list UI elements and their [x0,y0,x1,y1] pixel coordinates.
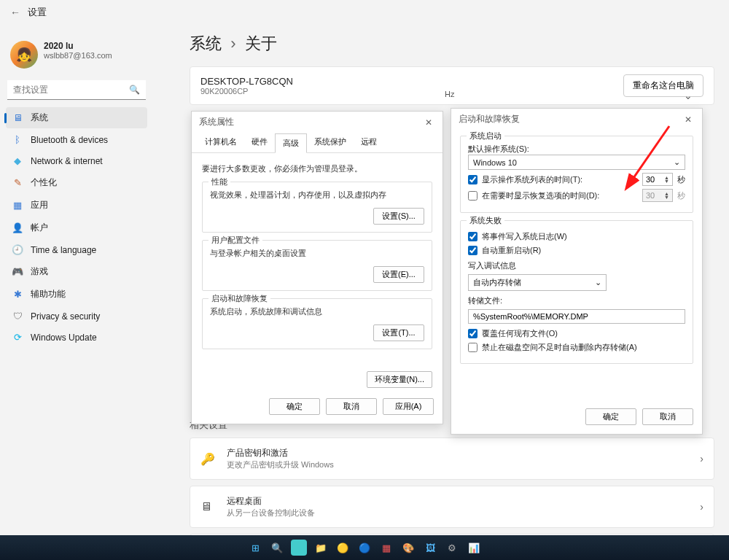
search-input[interactable] [7,80,146,100]
device-model: 90K20006CP [200,87,293,96]
sidebar-item-label: Privacy & security [31,311,100,322]
photos-icon[interactable]: 🖼 [422,540,438,556]
sidebar-item-label: Windows Update [31,332,97,343]
close-icon[interactable]: ✕ [682,114,695,125]
device-card: DESKTOP-L7G8CQN 90K20006CP 重命名这台电脑 [190,66,714,105]
nav-icon: 🎮 [12,266,23,277]
related-card-1[interactable]: 🖥远程桌面从另一台设备控制此设备› [190,486,714,528]
sidebar-item-label: 辅助功能 [31,288,66,300]
back-button[interactable]: ← [10,7,20,18]
no-delete-label: 禁止在磁盘空间不足时自动删除内存转储(A) [482,342,637,353]
tab-0[interactable]: 计算机名 [198,133,244,152]
profile-block[interactable]: 👧 2020 lu wslbb87@163.com [6,36,147,73]
sidebar-item-label: 帐户 [31,222,48,234]
settings-icon[interactable]: ⚙ [444,540,460,556]
startrec-title: 启动和故障恢复 [459,113,520,125]
app-icon-1[interactable]: ▦ [378,540,394,556]
dump-file-label: 转储文件: [468,295,685,306]
sysprops-cancel-button[interactable]: 取消 [326,398,377,415]
sidebar-item-10[interactable]: ⟳Windows Update [6,327,147,347]
tab-2[interactable]: 高级 [275,133,307,153]
startrec-ok-button[interactable]: 确定 [585,408,636,425]
perf-desc: 视觉效果，处理器计划，内存使用，以及虚拟内存 [210,190,424,201]
chevron-right-icon: › [700,501,703,513]
card-title: 产品密钥和激活 [227,447,690,459]
no-delete-checkbox[interactable] [468,343,477,352]
paint-icon[interactable]: 🎨 [400,540,416,556]
default-os-label: 默认操作系统(S): [468,144,685,155]
sidebar-item-label: Time & language [31,245,96,255]
task-view-icon[interactable] [291,540,307,556]
search-icon[interactable]: 🔍 [269,540,285,556]
sidebar-item-6[interactable]: 🕘Time & language [6,240,147,260]
show-recovery-seconds-stepper: ▲▼ [642,189,673,202]
sidebar-item-4[interactable]: ▦应用 [6,195,147,216]
nav-icon: ✱ [12,289,23,300]
profiles-settings-button[interactable]: 设置(E)... [373,266,424,283]
app-icon-2[interactable]: 📊 [466,540,482,556]
seconds-unit: 秒 [677,174,685,185]
sidebar-item-label: 个性化 [31,176,57,189]
expand-chevron-1[interactable]: ⌄ [684,90,693,101]
sidebar-item-0[interactable]: 🖥系统 [6,107,147,128]
startrec-cancel-button[interactable]: 取消 [642,408,693,425]
tab-4[interactable]: 远程 [354,133,384,152]
default-os-select[interactable]: Windows 10 ⌄ [468,155,685,170]
sidebar-item-1[interactable]: ᛒBluetooth & devices [6,130,147,149]
startup-group: 启动和故障恢复 系统启动，系统故障和调试信息 设置(T)... [202,298,432,349]
dump-file-input[interactable] [468,309,685,324]
sidebar-item-2[interactable]: ◆Network & internet [6,151,147,171]
crumb-system[interactable]: 系统 [190,34,222,52]
sidebar-item-7[interactable]: 🎮游戏 [6,261,147,282]
debug-type-select[interactable]: 自动内存转储 ⌄ [468,274,607,291]
breadcrumb: 系统 › 关于 [190,33,714,55]
browser-icon[interactable]: 🔵 [356,540,373,556]
sysprops-title: 系统属性 [199,116,234,128]
tab-3[interactable]: 系统保护 [307,133,354,152]
sysprops-ok-button[interactable]: 确定 [269,398,320,415]
related-card-0[interactable]: 🔑产品密钥和激活更改产品密钥或升级 Windows› [190,438,714,480]
sidebar-item-5[interactable]: 👤帐户 [6,217,147,238]
chrome-icon[interactable]: 🟡 [335,540,351,556]
chevron-down-icon: ⌄ [674,158,680,167]
profiles-group: 用户配置文件 与登录帐户相关的桌面设置 设置(E)... [202,240,432,291]
show-os-seconds-stepper[interactable]: ▲▼ [642,173,673,186]
app-title: 设置 [28,6,47,19]
tab-1[interactable]: 硬件 [244,133,275,152]
nav-icon: ▦ [12,200,23,211]
sidebar-item-9[interactable]: 🛡Privacy & security [6,306,147,326]
close-icon[interactable]: ✕ [422,117,435,128]
sidebar-item-8[interactable]: ✱辅助功能 [6,284,147,305]
nav-icon: ✎ [12,177,23,188]
taskbar: ⊞ 🔍 📁 🟡 🔵 ▦ 🎨 🖼 ⚙ 📊 [0,535,729,560]
search-icon[interactable]: 🔍 [129,85,140,95]
start-icon[interactable]: ⊞ [247,540,263,556]
sidebar-item-3[interactable]: ✎个性化 [6,172,147,193]
show-os-seconds-input[interactable] [646,175,662,184]
sidebar-item-label: 系统 [31,112,48,124]
nav-icon: ⟳ [12,332,23,343]
card-subtitle: 从另一台设备控制此设备 [227,508,690,518]
card-subtitle: 更改产品密钥或升级 Windows [227,459,690,470]
device-name: DESKTOP-L7G8CQN [200,76,293,87]
show-recovery-checkbox[interactable] [468,191,477,201]
auto-restart-label: 自动重新启动(R) [482,245,541,256]
sysprops-apply-button[interactable]: 应用(A) [383,398,434,415]
auto-restart-checkbox[interactable] [468,246,477,255]
system-properties-dialog: 系统属性 ✕ 计算机名硬件高级系统保护远程 要进行大多数更改，你必须作为管理员登… [191,111,443,424]
write-log-checkbox[interactable] [468,232,477,241]
nav-icon: 🖥 [12,112,23,123]
explorer-icon[interactable]: 📁 [313,540,329,556]
overwrite-checkbox[interactable] [468,329,477,338]
startup-settings-button[interactable]: 设置(T)... [373,324,424,341]
chevron-down-icon: ⌄ [595,278,601,287]
write-log-label: 将事件写入系统日志(W) [482,231,567,242]
perf-settings-button[interactable]: 设置(S)... [373,208,424,225]
sidebar-item-label: Network & internet [31,156,103,166]
show-os-list-label: 显示操作系统列表的时间(T): [482,174,582,185]
env-vars-button[interactable]: 环境变量(N)... [367,371,432,388]
show-os-list-checkbox[interactable] [468,175,477,184]
show-recovery-seconds-input [646,191,662,200]
profile-name: 2020 lu [44,41,112,51]
overwrite-label: 覆盖任何现有文件(O) [482,328,558,339]
